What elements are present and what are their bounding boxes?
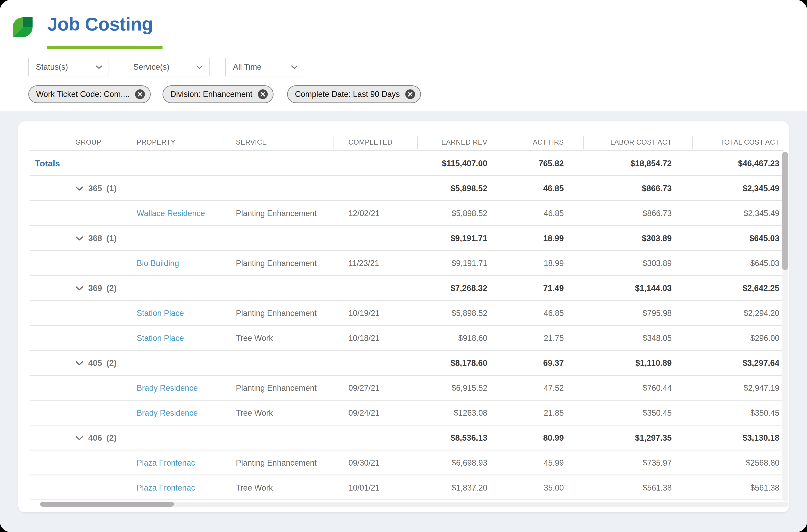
total-cost-act-value: $2568.80 (693, 451, 789, 475)
chevron-down-icon (96, 65, 102, 69)
act-hrs-value: 21.85 (506, 401, 584, 425)
filter-chip-division[interactable]: Division: Enhancement (163, 85, 274, 103)
labor-cost-act-value: $1,297.35 (584, 425, 693, 451)
service-filter-dropdown[interactable]: Service(s) (126, 58, 209, 76)
service-value: Tree Work (224, 475, 334, 500)
chevron-down-icon[interactable] (75, 186, 84, 191)
property-link[interactable]: Plaza Frontenac (137, 458, 195, 468)
completed-value: 10/19/21 (334, 301, 418, 326)
remove-filter-icon[interactable] (135, 89, 145, 99)
totals-total-cost-act: $46,467.23 (693, 151, 789, 176)
column-header-earned-rev[interactable]: EARNED REV (418, 134, 506, 151)
detail-row: Plaza Frontenac Planting Enhancement 09/… (18, 451, 789, 475)
act-hrs-value: 46.85 (506, 176, 584, 201)
group-row[interactable]: 368 (1) $9,191.71 18.99 $303.89 $645.03 (18, 226, 789, 251)
act-hrs-value: 45.99 (506, 451, 584, 475)
group-cell: 365 (1) (18, 176, 124, 201)
vertical-scrollbar[interactable] (782, 152, 788, 501)
group-row[interactable]: 365 (1) $5,898.52 46.85 $866.73 $2,345.4… (18, 176, 789, 201)
total-cost-act-value: $2,947.19 (693, 376, 789, 401)
earned-rev-value: $5,898.52 (418, 301, 506, 326)
act-hrs-value: 46.85 (506, 301, 584, 326)
chevron-down-icon (291, 65, 298, 69)
labor-cost-act-value: $561.38 (584, 475, 693, 500)
labor-cost-act-value: $1,110.89 (584, 351, 693, 376)
column-separator (224, 136, 224, 149)
earned-rev-value: $1,837.20 (418, 475, 506, 500)
group-label: 405 (88, 358, 102, 368)
labor-cost-act-value: $303.89 (584, 226, 693, 251)
group-count: (1) (107, 234, 116, 243)
filter-chip-work-ticket-code[interactable]: Work Ticket Code: Com.... (28, 85, 151, 103)
service-value: Planting Enhancement (224, 201, 334, 226)
column-header-completed[interactable]: COMPLETED (334, 134, 418, 151)
group-label: 406 (88, 433, 102, 443)
title-underline (47, 46, 163, 49)
horizontal-scrollbar-thumb[interactable] (40, 502, 174, 507)
group-cell: 405 (2) (18, 351, 124, 376)
chevron-down-icon[interactable] (75, 361, 84, 366)
labor-cost-act-value: $735.97 (584, 451, 693, 475)
total-cost-act-value: $2,345.49 (693, 201, 789, 226)
status-filter-label: Status(s) (36, 62, 68, 72)
labor-cost-act-value: $866.73 (584, 176, 693, 201)
completed-value: 09/30/21 (334, 451, 418, 475)
property-link[interactable]: Station Place (137, 308, 184, 318)
chevron-down-icon[interactable] (75, 236, 84, 241)
service-value: Tree Work (224, 401, 334, 425)
detail-row: Brady Residence Tree Work 09/24/21 $1263… (18, 401, 789, 425)
property-link[interactable]: Plaza Frontenac (137, 483, 195, 493)
filter-chip-label: Complete Date: Last 90 Days (295, 90, 400, 99)
labor-cost-act-value: $303.89 (584, 251, 693, 276)
labor-cost-act-value: $866.73 (584, 201, 693, 226)
service-filter-label: Service(s) (133, 62, 169, 72)
vertical-scrollbar-thumb[interactable] (782, 152, 788, 270)
column-header-labor-cost-act[interactable]: LABOR COST ACT (584, 134, 693, 151)
earned-rev-value: $9,191.71 (418, 226, 506, 251)
totals-labor-cost-act: $18,854.72 (584, 151, 693, 176)
completed-value: 12/02/21 (334, 201, 418, 226)
total-cost-act-value: $2,345.49 (693, 176, 789, 201)
earned-rev-value: $8,178.60 (418, 351, 506, 376)
labor-cost-act-value: $1,144.03 (584, 276, 693, 301)
earned-rev-value: $5,898.52 (418, 176, 506, 201)
group-cell: 369 (2) (18, 276, 124, 301)
group-row[interactable]: 369 (2) $7,268.32 71.49 $1,144.03 $2,642… (18, 276, 789, 301)
table-header-row: GROUP PROPERTY SERVICE COMPLETED EARNED … (18, 134, 789, 151)
time-range-dropdown[interactable]: All Time (225, 58, 304, 76)
column-header-group[interactable]: GROUP (18, 134, 124, 151)
column-header-service[interactable]: SERVICE (224, 134, 334, 151)
group-cell: 368 (1) (18, 226, 124, 251)
property-link[interactable]: Brady Residence (137, 408, 198, 418)
property-link[interactable]: Brady Residence (137, 383, 198, 393)
total-cost-act-value: $350.45 (693, 401, 789, 425)
completed-value: 09/24/21 (334, 401, 418, 425)
chevron-down-icon[interactable] (75, 436, 84, 440)
act-hrs-value: 18.99 (506, 226, 584, 251)
totals-label: Totals (18, 151, 124, 176)
page-title: Job Costing (47, 13, 153, 35)
completed-value: 09/27/21 (334, 376, 418, 401)
labor-cost-act-value: $350.45 (584, 401, 693, 425)
act-hrs-value: 18.99 (506, 251, 584, 276)
completed-value: 11/23/21 (334, 251, 418, 276)
remove-filter-icon[interactable] (405, 89, 415, 99)
property-link[interactable]: Wallace Residence (137, 209, 205, 218)
column-header-property[interactable]: PROPERTY (124, 134, 224, 151)
total-cost-act-value: $645.03 (693, 226, 789, 251)
column-header-act-hrs[interactable]: ACT HRS (506, 134, 584, 151)
leaf-logo-icon (13, 17, 33, 37)
service-value: Planting Enhancement (224, 301, 334, 326)
chevron-down-icon[interactable] (75, 286, 84, 291)
filter-chip-complete-date[interactable]: Complete Date: Last 90 Days (287, 85, 421, 103)
property-link[interactable]: Bio Building (137, 259, 179, 268)
property-link[interactable]: Station Place (137, 334, 184, 343)
group-row[interactable]: 406 (2) $8,536.13 80.99 $1,297.35 $3,130… (18, 425, 789, 451)
group-row[interactable]: 405 (2) $8,178.60 69.37 $1,110.89 $3,297… (18, 351, 789, 376)
detail-row: Plaza Frontenac Tree Work 10/01/21 $1,83… (18, 475, 789, 500)
horizontal-scrollbar[interactable] (40, 502, 788, 507)
status-filter-dropdown[interactable]: Status(s) (28, 58, 109, 76)
column-header-total-cost-act[interactable]: TOTAL COST ACT (693, 134, 789, 151)
column-separator (333, 136, 334, 149)
remove-filter-icon[interactable] (258, 89, 268, 99)
